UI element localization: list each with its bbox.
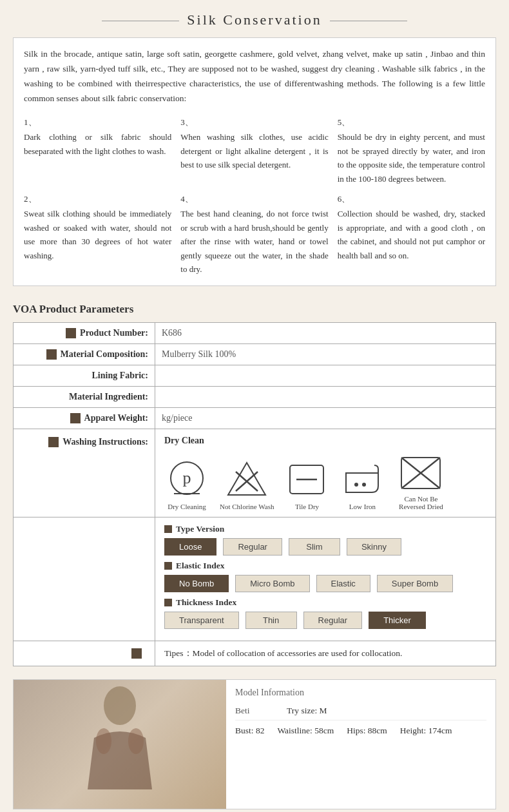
dry-cleaning-icon: p — [169, 460, 205, 499]
thickness-thin-button[interactable]: Thin — [245, 612, 297, 629]
no-chlorine-icon-item: Not Chlorine Wash — [220, 460, 274, 510]
silk-conservation-section: Silk Conservation Silk in the brocade, a… — [0, 0, 509, 293]
tips-row: Tipes：Model of collocation of accessorie… — [14, 641, 496, 666]
thickness-index-buttons: Transparent Thin Regular Thicker — [164, 612, 486, 629]
material-composition-value: Mulberry Silk 100% — [155, 343, 496, 365]
elastic-micro-bomb-button[interactable]: Micro Bomb — [235, 575, 309, 592]
param-table: Product Number: K686 Material Compositio… — [13, 322, 496, 666]
silk-point-3-text: When washing silk clothes, use acidic de… — [180, 132, 328, 169]
silk-point-2-text: Sweat silk clothing should be immediatel… — [24, 209, 171, 260]
silk-intro-text: Silk in the brocade, antique satin, larg… — [24, 47, 485, 106]
silk-point-2-num: 2、 — [24, 192, 171, 206]
washing-instructions-label: Washing Instructions: — [14, 429, 155, 517]
material-composition-row: Material Composition: Mulberry Silk 100% — [14, 343, 496, 365]
elastic-index-label: Elastic Index — [164, 561, 486, 571]
material-composition-icon — [46, 349, 57, 360]
type-elastic-thickness-row: Type Version Loose Regular Slim Skinny E… — [14, 517, 496, 641]
tips-icon — [131, 648, 142, 659]
type-version-icon — [164, 525, 172, 533]
type-version-label: Type Version — [164, 524, 486, 534]
model-waistline: Waistline: 58cm — [277, 726, 334, 736]
elastic-no-bomb-button[interactable]: No Bomb — [164, 575, 229, 592]
silk-point-6-text: Collection should be washed, dry, stacke… — [338, 209, 485, 260]
low-iron-icon — [341, 460, 383, 499]
apparel-weight-row: Apparel Weight: kg/piece — [14, 407, 496, 429]
silk-point-3: 3、 When washing silk clothes, use acidic… — [180, 115, 328, 186]
tile-dry-icon — [287, 460, 326, 499]
model-beti-value: Try size: M — [287, 706, 327, 716]
type-slim-button[interactable]: Slim — [289, 538, 340, 556]
thickness-index-row: Thickness Index Transparent Thin Regular… — [164, 597, 486, 629]
model-info-right: Model Information Beti Try size: M Bust:… — [226, 680, 495, 809]
no-reverse-dry-label: Can Not Be Reversed Dried — [395, 495, 447, 510]
tile-dry-icon-item: Tile Dry — [284, 460, 329, 510]
type-loose-button[interactable]: Loose — [164, 538, 216, 556]
tile-dry-label: Tile Dry — [295, 503, 319, 510]
model-image-placeholder — [14, 680, 226, 809]
material-ingredient-value — [155, 386, 496, 407]
silk-point-1: 1、 Dark clothing or silk fabric should b… — [24, 115, 171, 186]
material-composition-label: Material Composition: — [14, 343, 155, 365]
type-version-row: Type Version Loose Regular Slim Skinny — [164, 524, 486, 556]
material-ingredient-label: Material Ingredient: — [14, 386, 155, 407]
washing-icons-row: p Dry Cleaning — [164, 452, 486, 510]
silk-point-1-num: 1、 — [24, 115, 171, 129]
elastic-super-bomb-button[interactable]: Super Bomb — [377, 575, 453, 592]
thickness-thicker-button[interactable]: Thicker — [369, 612, 426, 629]
silk-point-5-text: Should be dry in eighty percent, and mus… — [338, 132, 485, 183]
type-skinny-button[interactable]: Skinny — [347, 538, 401, 556]
silk-point-5-num: 5、 — [338, 115, 485, 129]
silk-point-6-num: 6、 — [338, 192, 485, 206]
model-hips: Hips: 88cm — [347, 726, 387, 736]
thickness-index-icon — [164, 599, 172, 606]
svg-point-13 — [104, 686, 136, 725]
elastic-elastic-button[interactable]: Elastic — [316, 575, 370, 592]
model-height-value: 174cm — [428, 726, 452, 735]
dry-clean-label: Dry Clean — [164, 436, 486, 446]
model-height-label: Height: — [400, 726, 427, 735]
svg-marker-3 — [228, 463, 265, 495]
type-elastic-thickness-content: Type Version Loose Regular Slim Skinny E… — [155, 517, 496, 641]
silk-point-1-text: Dark clothing or silk fabric should bese… — [24, 132, 171, 155]
thickness-transparent-button[interactable]: Transparent — [164, 612, 239, 629]
tips-content: Tipes：Model of collocation of accessorie… — [155, 641, 496, 666]
model-hips-label: Hips: — [347, 726, 365, 735]
no-reverse-dry-icon — [398, 452, 443, 491]
apparel-weight-value: kg/piece — [155, 407, 496, 429]
elastic-index-buttons: No Bomb Micro Bomb Elastic Super Bomb — [164, 575, 486, 592]
svg-point-14 — [96, 728, 111, 754]
low-iron-icon-item: Low Iron — [340, 460, 385, 510]
lining-fabric-row: Lining Fabric: — [14, 365, 496, 386]
silk-conservation-box: Silk in the brocade, antique satin, larg… — [13, 37, 496, 286]
type-version-buttons: Loose Regular Slim Skinny — [164, 538, 486, 556]
model-bust-label: Bust: — [235, 726, 254, 735]
model-waistline-value: 58cm — [314, 726, 334, 735]
model-beti-label: Beti — [235, 706, 287, 716]
model-section: Model Information Beti Try size: M Bust:… — [13, 679, 496, 809]
type-regular-button[interactable]: Regular — [223, 538, 282, 556]
product-number-icon — [66, 328, 76, 338]
model-waistline-label: Waistline: — [277, 726, 312, 735]
model-beti-row: Beti Try size: M — [235, 706, 486, 720]
no-reverse-dry-icon-item: Can Not Be Reversed Dried — [395, 452, 447, 510]
model-bust-value: 82 — [256, 726, 265, 735]
no-chlorine-label: Not Chlorine Wash — [220, 503, 274, 510]
model-info-title: Model Information — [235, 688, 486, 698]
thickness-index-label: Thickness Index — [164, 597, 486, 608]
thickness-regular-button[interactable]: Regular — [303, 612, 363, 629]
lining-fabric-label: Lining Fabric: — [14, 365, 155, 386]
svg-text:p: p — [183, 469, 191, 487]
silk-point-2: 2、 Sweat silk clothing should be immedia… — [24, 192, 171, 276]
model-bust: Bust: 82 — [235, 726, 264, 736]
no-chlorine-icon — [226, 460, 268, 499]
model-measurements-row: Bust: 82 Waistline: 58cm Hips: 88cm Heig… — [235, 726, 486, 736]
silk-point-4: 4、 The best hand cleaning, do not force … — [180, 192, 328, 276]
svg-point-9 — [362, 483, 366, 487]
product-number-label: Product Number: — [14, 322, 155, 343]
elastic-index-row: Elastic Index No Bomb Micro Bomb Elastic… — [164, 561, 486, 592]
silk-point-4-num: 4、 — [180, 192, 328, 206]
washing-instructions-content: Dry Clean p Dry Cleaning — [155, 429, 496, 517]
silk-points-grid: 1、 Dark clothing or silk fabric should b… — [24, 115, 485, 276]
svg-point-15 — [128, 728, 144, 754]
dry-cleaning-label: Dry Cleaning — [168, 503, 206, 510]
